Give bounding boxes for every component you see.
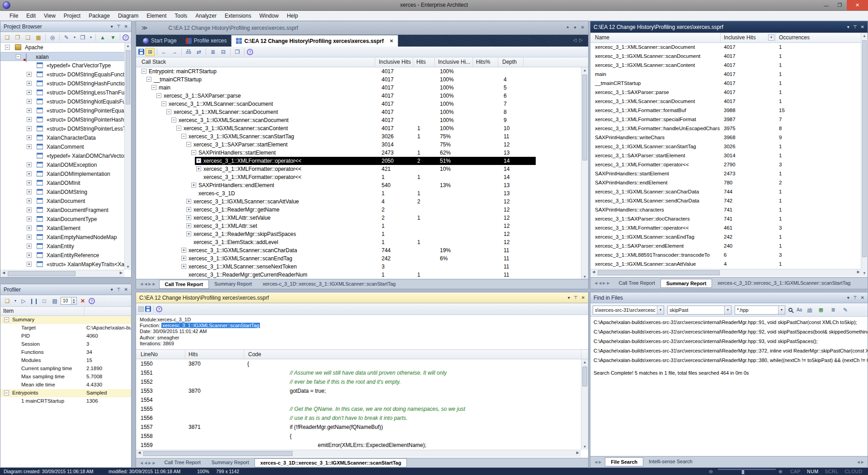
expander-icon[interactable]: + — [27, 180, 32, 185]
menu-tools[interactable]: Tools — [170, 12, 191, 20]
expander-icon[interactable]: + — [27, 81, 32, 86]
summary-row[interactable]: xercesc_3_1::XMLFormatter::specialFormat… — [590, 115, 862, 124]
expander-icon[interactable]: − — [161, 101, 166, 106]
search-scope-combobox[interactable]: s\xerces-src-31\src\xercesc▼ — [593, 306, 664, 315]
tree-item[interactable]: +XalanEntityReference — [0, 251, 124, 260]
callstack-row[interactable]: −xercesc_3_1::SAXParser::parse4017100%6 — [136, 92, 581, 100]
profiler-row[interactable]: Current sampling time2.1890 — [0, 365, 131, 373]
new-profile-icon[interactable]: ❏ — [3, 297, 12, 305]
code-row[interactable]: 1558{ — [136, 432, 581, 441]
forward-icon[interactable]: → — [170, 48, 179, 56]
move-up-icon[interactable]: ▲ — [98, 33, 107, 42]
panel-menu-icon[interactable]: ▾ — [111, 287, 113, 292]
callstack-row[interactable]: −xercesc_3_1::XMLScanner::scanDocument40… — [136, 108, 581, 116]
file-filter-combobox[interactable]: *.hpp▼ — [735, 306, 785, 315]
search-in-model-icon[interactable]: ◎ — [48, 33, 57, 42]
col-hits[interactable]: Hits — [416, 59, 426, 65]
profiler-row[interactable]: Modules15 — [0, 357, 131, 365]
search-tab[interactable]: Intelli-sense Search — [643, 457, 698, 466]
help-icon[interactable]: ? — [247, 49, 253, 55]
summary-row[interactable]: xercesc_3_1::XMLFormatter::operator<<461… — [590, 224, 862, 233]
code-row[interactable]: 1559emitError(XMLErrs::ExpectedElementNa… — [136, 441, 581, 450]
code-row[interactable]: 15503870{ — [136, 359, 581, 368]
callstack-row[interactable]: −xercesc_3_1::IGXMLScanner::scanContent4… — [136, 124, 581, 132]
summary-row[interactable]: SAXPrintHandlers::startElement24731 — [590, 169, 862, 179]
zoom-in-icon[interactable]: ⊕ — [778, 469, 783, 474]
start-profiler-icon[interactable]: ▷ — [19, 297, 28, 305]
callstack-row[interactable]: xerces-c_3_1D1113 — [136, 189, 581, 198]
dropdown-icon[interactable]: ▼ — [778, 306, 785, 314]
report-tab[interactable]: xerces-c_3_1D::xercesc_3_1::IGXMLScanner… — [257, 280, 401, 289]
menu-project[interactable]: Project — [60, 12, 85, 20]
summary-row[interactable]: xercesc_3_1::SAXParser::startElement3014… — [590, 151, 862, 160]
panel-menu-icon[interactable]: ▾ — [847, 24, 849, 29]
search-term-combobox[interactable]: skipPast▼ — [667, 306, 731, 315]
tree-item[interactable]: +«struct» DOMStringNotEqualsFun — [0, 97, 124, 106]
callstack-row[interactable]: +xercesc_3_1::XMLFormatter::operator<<20… — [136, 157, 581, 165]
summary-row[interactable]: xercesc_3_1::IGXMLScanner::sendCharData7… — [590, 197, 862, 206]
panel-menu-icon[interactable]: ▾ — [111, 24, 113, 29]
expander-icon[interactable]: − — [142, 69, 146, 74]
code-row[interactable]: 1556// use it as is and don't have to br… — [136, 414, 581, 423]
zoom-out-icon[interactable]: ⊖ — [709, 469, 713, 474]
help-icon[interactable]: ? — [156, 306, 162, 312]
summary-row[interactable]: xercesc_3_1::IGXMLScanner::scanContent40… — [590, 61, 862, 70]
expander-icon[interactable]: − — [4, 390, 9, 395]
expander-icon[interactable]: + — [27, 262, 32, 267]
new-element-icon[interactable]: ▦ — [34, 33, 43, 42]
back-icon[interactable]: ← — [160, 48, 169, 56]
report-tab[interactable]: Summary Report — [206, 458, 255, 467]
callstack-vscrollbar[interactable]: ▲ ▼ — [581, 67, 588, 280]
edit-icon[interactable]: ✎ — [62, 33, 71, 42]
expander-icon[interactable]: − — [5, 45, 10, 50]
tree-item[interactable]: +XalanComment — [0, 142, 124, 151]
report-tab[interactable]: Call Tree Report — [159, 280, 209, 289]
summary-row[interactable]: xercesc_3_1::IGXMLScanner::scanStartTag3… — [590, 142, 862, 151]
expander-icon[interactable]: + — [27, 253, 32, 258]
callstack-row[interactable]: −xercesc_3_1::IGXMLScanner::scanDocument… — [136, 116, 581, 124]
menu-window[interactable]: Window — [255, 12, 283, 20]
tree-item[interactable]: +XalanEmptyNamedNodeMap — [0, 233, 124, 242]
callstack-row[interactable]: +xercesc_3_1::XMLScanner::senseNextToken… — [136, 263, 581, 271]
whole-word-icon[interactable]: ab — [806, 306, 813, 314]
col-hits-pct[interactable]: Hits% — [476, 59, 490, 65]
discard-icon[interactable]: ✕ — [78, 297, 87, 305]
callstack-row[interactable]: −xercesc_3_1::IGXMLScanner::scanStartTag… — [136, 132, 581, 141]
expander-icon[interactable]: − — [186, 142, 191, 147]
stop-profiler-icon[interactable]: □ — [40, 297, 49, 305]
expander-icon[interactable]: + — [27, 99, 32, 104]
tree-item[interactable]: +XalanEntity — [0, 242, 124, 251]
expander-icon[interactable]: + — [27, 162, 32, 167]
summary-row[interactable]: xercesc_3_1::XML88591Transcoder::transco… — [590, 251, 862, 260]
report-tab[interactable]: Summary Report — [660, 279, 712, 288]
org-chart-icon[interactable]: 品 — [184, 48, 193, 56]
expander-icon[interactable]: + — [27, 144, 32, 149]
expand-tree-icon[interactable]: ≣ — [208, 48, 217, 56]
menu-edit[interactable]: Edit — [22, 12, 40, 20]
profiler-row[interactable]: −EntrypointsSampled — [0, 389, 131, 397]
expander-icon[interactable]: + — [186, 215, 191, 220]
edit-search-icon[interactable]: ✎ — [841, 306, 850, 314]
expander-icon[interactable]: + — [186, 223, 191, 228]
toggle-num[interactable]: NUM — [807, 469, 818, 474]
tree-item[interactable]: +XalanCharacterData — [0, 133, 124, 142]
tree-item[interactable]: +XalanDOMImplementation — [0, 169, 124, 179]
expander-icon[interactable]: + — [27, 235, 32, 240]
expander-icon[interactable]: − — [156, 93, 161, 98]
tree-item[interactable]: +«struct» DOMStringEqualsFunctio — [0, 70, 124, 79]
minimize-button[interactable]: — — [820, 0, 833, 10]
expander-icon[interactable]: + — [196, 166, 201, 171]
callstack-row[interactable]: +xercesc_3_1::IGXMLScanner::scanCharData… — [136, 246, 581, 254]
menu-element[interactable]: Element — [142, 12, 170, 20]
report-tab[interactable]: xerces-c_3_1D::xercesc_3_1::IGXMLScanner… — [255, 458, 407, 467]
expander-icon[interactable]: − — [181, 134, 186, 139]
profiler-row[interactable]: Max sampling time5.7008 — [0, 373, 131, 381]
save-icon[interactable] — [145, 306, 151, 312]
code-vscrollbar[interactable]: ▲ ▼ — [581, 359, 588, 450]
expander-icon[interactable]: − — [191, 150, 196, 155]
search-tab[interactable]: File Search — [605, 457, 643, 466]
callstack-row[interactable]: +xercesc_3_1::ReaderMgr::skipPastSpaces1… — [136, 230, 581, 238]
close-icon[interactable]: ✕ — [581, 295, 585, 300]
close-icon[interactable]: ✕ — [581, 25, 585, 30]
expander-icon[interactable]: + — [27, 126, 32, 131]
